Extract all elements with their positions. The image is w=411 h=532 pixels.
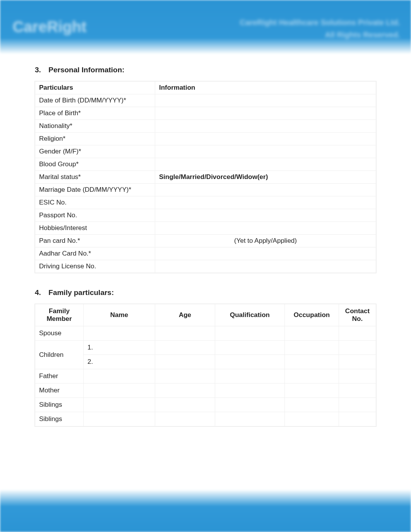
family-member-cell: Spouse — [35, 326, 84, 341]
fam-col-qualification-header: Qualification — [215, 304, 285, 326]
particulars-cell: Marriage Date (DD/MM/YYYY)* — [35, 184, 155, 196]
table-row: Nationality* — [35, 120, 376, 133]
particulars-cell: ESIC No. — [35, 196, 155, 209]
personal-info-table: Particulars Information Date of Birth (D… — [35, 81, 376, 273]
table-header-row: Particulars Information — [35, 82, 376, 94]
information-cell[interactable] — [155, 260, 376, 273]
fam-col-occupation-header: Occupation — [285, 304, 339, 326]
section4-heading: 4. Family particulars: — [35, 288, 376, 297]
fam-col-member-header: Family Member — [35, 304, 84, 326]
family-name-cell[interactable] — [84, 398, 155, 412]
family-contact-cell[interactable] — [339, 398, 376, 412]
family-qualification-cell[interactable] — [215, 369, 285, 384]
family-member-cell: Children — [35, 341, 84, 369]
particulars-cell: Passport No. — [35, 209, 155, 222]
table-row: Gender (M/F)* — [35, 145, 376, 158]
family-name-cell[interactable]: 2. — [84, 355, 155, 369]
table-row: 2. — [35, 355, 376, 369]
table-row: Place of Birth* — [35, 107, 376, 120]
information-cell[interactable] — [155, 120, 376, 133]
family-occupation-cell[interactable] — [285, 398, 339, 412]
information-cell[interactable] — [155, 133, 376, 145]
content-area: 3. Personal Information: Particulars Inf… — [0, 54, 411, 481]
header-company-line1: CareRight Healthcare Solutions Private L… — [240, 16, 400, 29]
information-cell[interactable] — [155, 209, 376, 222]
family-qualification-cell[interactable] — [215, 384, 285, 398]
particulars-cell: Pan card No.* — [35, 235, 155, 247]
fam-col-contact-header: Contact No. — [339, 304, 376, 326]
particulars-cell: Religion* — [35, 133, 155, 145]
family-qualification-cell[interactable] — [215, 412, 285, 426]
table-row: Passport No. — [35, 209, 376, 222]
header-company-text: CareRight Healthcare Solutions Private L… — [240, 16, 400, 41]
table-row: Religion* — [35, 133, 376, 145]
information-cell[interactable] — [155, 247, 376, 260]
family-name-cell[interactable] — [84, 384, 155, 398]
family-age-cell[interactable] — [155, 369, 215, 384]
family-contact-cell[interactable] — [339, 326, 376, 341]
family-qualification-cell[interactable] — [215, 326, 285, 341]
family-age-cell[interactable] — [155, 398, 215, 412]
family-member-cell: Father — [35, 369, 84, 384]
section3-title-text: Personal Information: — [48, 66, 124, 74]
family-age-cell[interactable] — [155, 341, 215, 355]
information-cell[interactable] — [155, 158, 376, 171]
footer-band — [0, 489, 411, 532]
particulars-cell: Hobbies/Interest — [35, 222, 155, 235]
family-contact-cell[interactable] — [339, 412, 376, 426]
information-cell[interactable] — [155, 184, 376, 196]
family-table: Family Member Name Age Qualification Occ… — [35, 304, 376, 426]
family-name-cell[interactable] — [84, 369, 155, 384]
family-occupation-cell[interactable] — [285, 355, 339, 369]
family-age-cell[interactable] — [155, 326, 215, 341]
particulars-cell: Place of Birth* — [35, 107, 155, 120]
information-cell[interactable] — [155, 196, 376, 209]
family-occupation-cell[interactable] — [285, 341, 339, 355]
family-occupation-cell[interactable] — [285, 412, 339, 426]
section4-number: 4. — [35, 288, 46, 297]
family-name-cell[interactable] — [84, 326, 155, 341]
family-age-cell[interactable] — [155, 412, 215, 426]
family-name-cell[interactable] — [84, 412, 155, 426]
header-company-line2: All Rights Reserved. — [240, 29, 400, 41]
family-occupation-cell[interactable] — [285, 369, 339, 384]
information-cell[interactable] — [155, 94, 376, 107]
table-row: Blood Group* — [35, 158, 376, 171]
particulars-cell: Nationality* — [35, 120, 155, 133]
section4-title-text: Family particulars: — [48, 288, 114, 297]
family-contact-cell[interactable] — [339, 341, 376, 355]
information-cell[interactable] — [155, 222, 376, 235]
information-cell[interactable] — [155, 145, 376, 158]
family-contact-cell[interactable] — [339, 355, 376, 369]
fam-col-age-header: Age — [155, 304, 215, 326]
particulars-cell: Blood Group* — [35, 158, 155, 171]
table-row: Marriage Date (DD/MM/YYYY)* — [35, 184, 376, 196]
family-qualification-cell[interactable] — [215, 341, 285, 355]
table-row: Aadhar Card No.* — [35, 247, 376, 260]
col-particulars-header: Particulars — [35, 82, 155, 94]
header-band: CareRight CareRight Healthcare Solutions… — [0, 0, 411, 54]
family-qualification-cell[interactable] — [215, 355, 285, 369]
information-value: Single/Married/Divorced/Widow(er) — [159, 173, 268, 181]
particulars-cell: Marital status* — [35, 171, 155, 184]
information-cell[interactable]: Single/Married/Divorced/Widow(er) — [155, 171, 376, 184]
family-qualification-cell[interactable] — [215, 398, 285, 412]
family-member-cell: Siblings — [35, 412, 84, 426]
family-member-cell: Siblings — [35, 398, 84, 412]
family-occupation-cell[interactable] — [285, 326, 339, 341]
table-row: Date of Birth (DD/MM/YYYY)* — [35, 94, 376, 107]
table-row: Mother — [35, 384, 376, 398]
family-contact-cell[interactable] — [339, 369, 376, 384]
family-name-cell[interactable]: 1. — [84, 341, 155, 355]
table-row: Siblings — [35, 398, 376, 412]
table-row: Hobbies/Interest — [35, 222, 376, 235]
family-table-header-row: Family Member Name Age Qualification Occ… — [35, 304, 376, 326]
family-occupation-cell[interactable] — [285, 384, 339, 398]
information-value: (Yet to Apply/Applied) — [159, 237, 372, 245]
family-contact-cell[interactable] — [339, 384, 376, 398]
family-age-cell[interactable] — [155, 384, 215, 398]
particulars-cell: Driving License No. — [35, 260, 155, 273]
family-age-cell[interactable] — [155, 355, 215, 369]
information-cell[interactable] — [155, 107, 376, 120]
information-cell[interactable]: (Yet to Apply/Applied) — [155, 235, 376, 247]
